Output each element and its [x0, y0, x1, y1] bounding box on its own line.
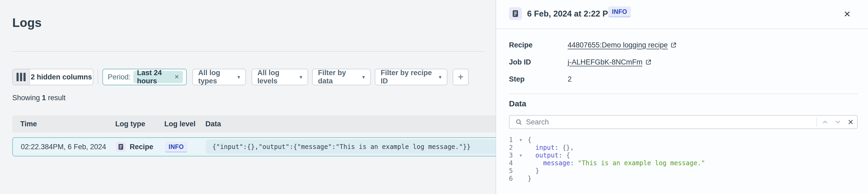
filter-bar: 2 hidden columns Period: Last 24 hours ✕… [0, 69, 496, 85]
search-next-button[interactable] [832, 116, 844, 128]
job-id-link[interactable]: j-ALHEFGbK-8NCmFm [568, 58, 652, 66]
line-number: 4 [509, 159, 519, 167]
fold-arrow-icon[interactable]: ▾ [520, 152, 526, 159]
remove-period-filter-icon[interactable]: ✕ [175, 73, 179, 80]
section-divider [509, 94, 858, 94]
table-header: Time Log type Log level Data [12, 116, 496, 132]
caret-down-icon: ▾ [439, 74, 441, 80]
recipe-log-icon [509, 7, 522, 20]
field-label: Job ID [509, 58, 568, 66]
log-levels-dropdown-label: All log levels [257, 69, 295, 85]
log-types-dropdown-label: All log types [198, 69, 233, 85]
period-value: Last 24 hours [137, 69, 171, 85]
search-clear-icon[interactable]: ✕ [844, 116, 857, 128]
column-header-log-level: Log level [164, 116, 195, 132]
search-controls-divider [816, 118, 817, 127]
header-divider [496, 29, 868, 29]
plus-icon: + [458, 71, 463, 83]
detail-timestamp-title: 6 Feb, 2024 at 2:22 PM [527, 9, 615, 19]
search-input[interactable] [526, 118, 816, 126]
add-filter-button[interactable]: + [453, 69, 469, 85]
results-count: Showing 1 result [12, 94, 66, 102]
data-search-box: ✕ [509, 115, 858, 129]
external-link-icon[interactable] [645, 59, 652, 65]
line-number: 5 [509, 167, 519, 175]
columns-icon [13, 69, 30, 85]
recipe-icon [116, 142, 126, 152]
code-line: 3 ▾ output: { [496, 152, 868, 159]
line-number: 3 [509, 152, 519, 159]
detail-level-badge-wrap: INFO [608, 8, 631, 15]
page-title: Logs [12, 15, 41, 30]
info-badge: INFO [608, 6, 631, 17]
filter-bar-divider [98, 70, 98, 84]
hidden-columns-label: 2 hidden columns [30, 73, 93, 81]
column-header-time: Time [20, 116, 37, 132]
log-types-dropdown[interactable]: All log types ▾ [192, 69, 246, 85]
log-detail-panel: 6 Feb, 2024 at 2:22 PM INFO ✕ Recipe 448… [496, 0, 868, 194]
log-level-cell: INFO [165, 143, 188, 151]
data-section-heading: Data [509, 99, 526, 108]
line-number: 2 [509, 144, 519, 152]
fold-arrow-icon[interactable]: ▾ [520, 136, 526, 144]
step-value: 2 [568, 75, 571, 84]
log-levels-dropdown[interactable]: All log levels ▾ [252, 69, 308, 85]
caret-down-icon: ▾ [300, 74, 302, 80]
log-data-json: {"input":{},"output":{"message":"This is… [212, 143, 470, 151]
json-code-viewer: 1 ▾ { 2 input: {}, 3 ▾ output: { 4 messa… [496, 134, 868, 190]
code-line: 2 input: {}, [496, 144, 868, 152]
caret-down-icon: ▾ [238, 74, 240, 80]
field-label: Recipe [509, 41, 568, 49]
filter-by-recipe-id-dropdown-label: Filter by recipe ID [381, 69, 435, 85]
hidden-columns-button[interactable]: 2 hidden columns [12, 69, 93, 85]
line-number: 6 [509, 175, 519, 183]
filter-by-recipe-id-dropdown[interactable]: Filter by recipe ID ▾ [375, 69, 447, 85]
search-icon [515, 119, 522, 126]
filter-by-data-dropdown-label: Filter by data [318, 69, 358, 85]
period-value-pill: Last 24 hours ✕ [133, 71, 183, 83]
period-label: Period: [108, 73, 131, 81]
caret-down-icon: ▾ [362, 74, 365, 80]
recipe-link[interactable]: 44807655:Demo logging recipe [568, 41, 677, 49]
logs-page: Logs 2 hidden columns Period: Last 24 ho… [0, 0, 868, 194]
detail-field-job-id: Job ID j-ALHEFGbK-8NCmFm [509, 57, 858, 68]
column-header-data: Data [206, 116, 221, 132]
search-prev-button[interactable] [819, 116, 832, 128]
log-time: 02:22.384PM, 6 Feb, 2024 [21, 143, 106, 151]
detail-panel-header: 6 Feb, 2024 at 2:22 PM INFO ✕ [496, 0, 868, 29]
filter-by-data-dropdown[interactable]: Filter by data ▾ [312, 69, 371, 85]
log-data-cell: {"input":{},"output":{"message":"This is… [206, 140, 496, 154]
title-divider [12, 51, 485, 52]
detail-field-recipe: Recipe 44807655:Demo logging recipe [509, 39, 858, 51]
code-line: 1 ▾ { [496, 136, 868, 144]
field-label: Step [509, 75, 568, 84]
close-icon[interactable]: ✕ [842, 9, 852, 20]
column-header-log-type: Log type [115, 116, 145, 132]
external-link-icon[interactable] [670, 42, 677, 48]
code-line: 5 } [496, 167, 868, 175]
code-line: 6 } [496, 175, 868, 183]
log-type-label: Recipe [130, 143, 153, 151]
code-line: 4 message: "This is an example log messa… [496, 159, 868, 167]
detail-field-step: Step 2 [509, 73, 858, 85]
table-row[interactable]: 02:22.384PM, 6 Feb, 2024 Recipe INFO {"i… [12, 137, 496, 156]
info-badge: INFO [165, 141, 188, 153]
logs-list-pane: Logs 2 hidden columns Period: Last 24 ho… [0, 0, 496, 194]
period-filter-chip[interactable]: Period: Last 24 hours ✕ [102, 69, 187, 85]
line-number: 1 [509, 136, 519, 144]
